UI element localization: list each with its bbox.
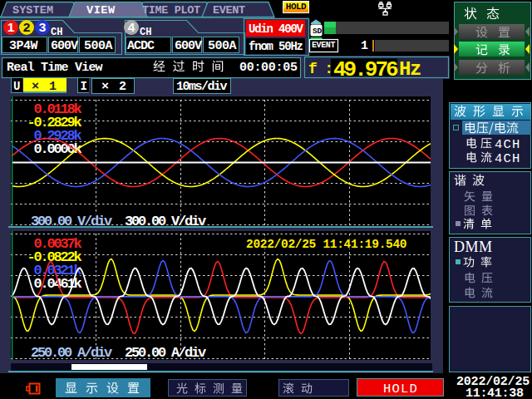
svg-text:VIEW: VIEW <box>86 4 116 17</box>
svg-text:250.00 A/div: 250.00 A/div <box>31 345 112 360</box>
svg-text:SYSTEM: SYSTEM <box>12 4 53 17</box>
svg-text:300.00 V/div: 300.00 V/div <box>125 214 206 226</box>
svg-text:300.00 V/div: 300.00 V/div <box>31 214 112 226</box>
svg-text:TIME PLOT: TIME PLOT <box>142 4 200 17</box>
svg-text:2022/02/25 11:41:19.540: 2022/02/25 11:41:19.540 <box>246 238 406 251</box>
svg-text:250.00 A/div: 250.00 A/div <box>125 345 206 360</box>
svg-text:EVENT: EVENT <box>213 4 245 17</box>
